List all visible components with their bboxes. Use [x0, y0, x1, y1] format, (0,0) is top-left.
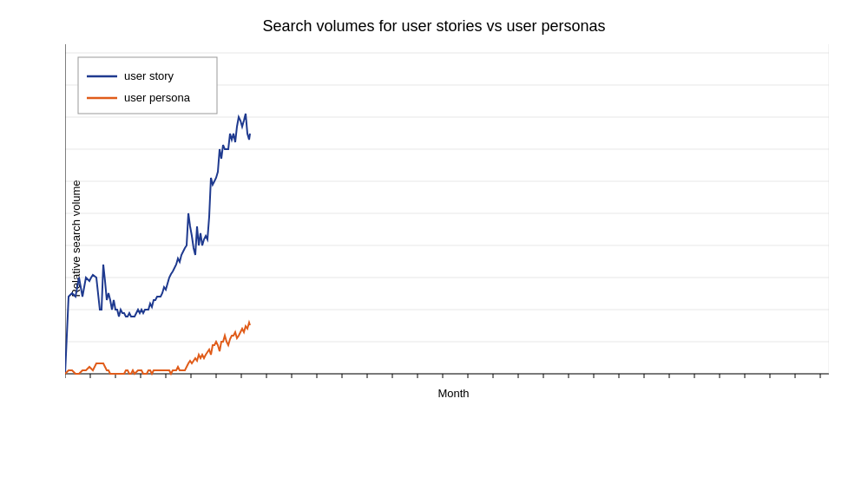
legend-user-story-label: user story [124, 69, 174, 82]
main-svg: 0 10 20 30 40 50 60 70 80 90 100 2004-01… [65, 44, 829, 382]
chart-title: Search volumes for user stories vs user … [9, 9, 859, 40]
user-persona-line [65, 323, 250, 374]
chart-area: 0 10 20 30 40 50 60 70 80 90 100 2004-01… [65, 44, 842, 400]
svg-rect-87 [78, 57, 217, 114]
user-story-line [65, 114, 250, 374]
legend-user-persona-label: user persona [124, 91, 191, 104]
x-axis-label: Month [65, 387, 842, 400]
chart-container: Search volumes for user stories vs user … [9, 9, 859, 468]
